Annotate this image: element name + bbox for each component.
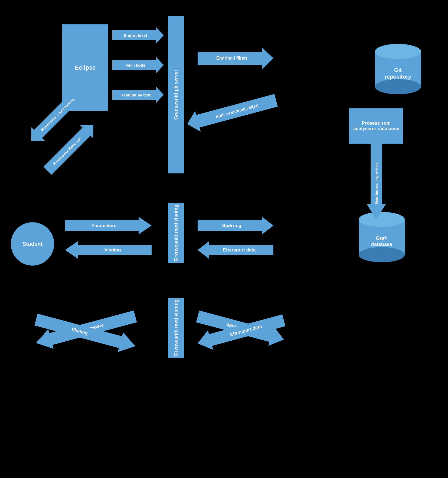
git-cylinder: Git repository [374,43,422,98]
svg-text:repository: repository [385,74,411,80]
svg-text:Graf-: Graf- [376,235,387,241]
student-circle: Student [11,222,54,266]
bar-view1: Grensesnitt med visning [168,203,184,263]
arrow-resultat-av-test: Resultat av test [112,87,164,103]
bar-view1-label: Grensesnitt med visning [173,205,179,261]
arrow-kjore-label: Kommando: Kjøre test [52,130,89,166]
arrow-kopi-label: Kopi av endring i fil(er) [204,103,259,121]
arrow-sporring1: Spørring [198,217,273,234]
process-box: Prosess som analyserer rådataene [349,108,403,144]
arrow-lagre-label: Kommando: Lagre endring [33,97,75,139]
student-label: Student [22,241,42,247]
eclipse-label: Eclipse [75,64,96,71]
process-label: Prosess som analyserer rådataene [351,121,401,131]
arrow-resultat-label: Resultat av test [120,93,156,97]
arrow-feil-label: Feil i kode [126,63,151,67]
arrow-etterspurt1: Etterspurt data [198,241,273,259]
svg-point-9 [359,212,405,227]
bar-view2: Grensesnitt med visning [168,298,184,358]
arrow-parametere1: Parametere [65,217,152,234]
arrow-visning1: Visning [65,241,152,259]
arrow-etterspurt1-label: Etterspurt data [215,247,256,253]
svg-point-8 [359,247,405,262]
arrow-endring-filer: Endring i fil(er) [198,47,273,69]
svg-text:database: database [371,242,392,247]
arrow-sporring-lagrer-label: Spørring som lagrer data [374,159,378,205]
arrow-endret-label: Endret tekst [124,33,152,38]
diagram-container: Eclipse Grensesnitt på server Grensesnit… [0,0,448,478]
git-cylinder-svg: Git repository [374,43,422,98]
arrow-visning1-label: Visning [96,247,121,253]
arrow-sporring-lagrer: Spørring som lagrer data [367,144,386,219]
arrow-endret-tekst: Endret tekst [112,27,164,43]
bar-server: Grensesnitt på server [168,16,184,173]
graf-cylinder: Graf- database [357,211,406,266]
graf-cylinder-svg: Graf- database [357,211,406,266]
svg-point-3 [375,44,421,59]
svg-point-2 [375,79,421,94]
svg-text:Git: Git [394,67,402,73]
bar-view2-label: Grensesnitt med visning [173,299,179,356]
arrow-endring-label: Endring i fil(er) [216,56,255,61]
arrow-kopi-endring: Kopi av endring i fil(er) [184,90,279,134]
arrow-sporring1-label: Spørring [222,223,249,228]
bar-server-label: Grensesnitt på server [173,70,179,120]
arrow-feil-i-kode: Feil i kode [112,57,164,73]
arrow-param1-label: Parametere [91,223,125,228]
